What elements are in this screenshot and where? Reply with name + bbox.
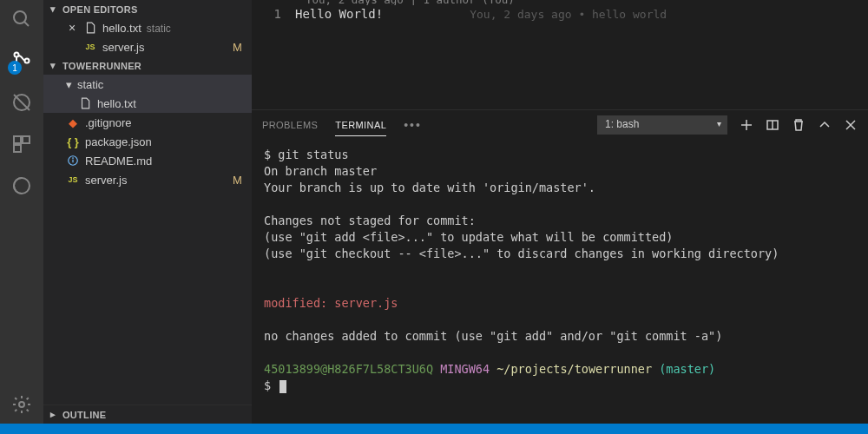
file-icon <box>78 96 92 110</box>
tab-overflow-icon[interactable]: ••• <box>404 118 422 132</box>
lens-icon[interactable] <box>10 174 34 198</box>
file-label: hello.txt <box>97 97 245 110</box>
term-line: On branch master <box>264 163 856 180</box>
file-label: package.json <box>85 135 245 148</box>
code-text: Hello World! <box>295 7 383 21</box>
editor[interactable]: You, 2 days ago | 1 author (You) 1 Hello… <box>252 0 868 23</box>
main-area: You, 2 days ago | 1 author (You) 1 Hello… <box>252 0 868 424</box>
gitignore-icon: ◆ <box>66 115 80 129</box>
panel-tabs: PROBLEMS TERMINAL ••• 1: bash <box>252 110 868 140</box>
info-file-icon <box>66 154 80 168</box>
file-label: README.md <box>85 155 245 168</box>
svg-line-1 <box>24 22 29 26</box>
chevron-down-icon: ▾ <box>50 3 59 15</box>
file-label: hello.txtstatic <box>102 22 245 35</box>
svg-rect-8 <box>23 136 30 143</box>
close-icon[interactable]: × <box>66 21 78 35</box>
terminal-output[interactable]: $ git status On branch master Your branc… <box>252 140 868 424</box>
chevron-right-icon: ▸ <box>50 409 59 420</box>
new-terminal-icon[interactable] <box>740 118 753 132</box>
folder-label: static <box>77 78 245 91</box>
file-item[interactable]: { } package.json <box>43 132 252 151</box>
file-label: .gitignore <box>85 116 245 129</box>
close-panel-icon[interactable] <box>844 118 858 132</box>
cursor-icon <box>279 380 286 393</box>
settings-gear-icon[interactable] <box>10 392 34 417</box>
json-file-icon: { } <box>66 135 80 148</box>
file-label: server.js <box>102 41 227 54</box>
term-line: Your branch is up to date with 'origin/m… <box>264 180 856 196</box>
term-input-line[interactable]: $ <box>264 378 856 394</box>
term-line: modified: server.js <box>264 295 856 312</box>
svg-point-0 <box>14 11 26 23</box>
file-item[interactable]: hello.txt <box>43 94 252 113</box>
git-status-badge: M <box>233 174 245 187</box>
file-item[interactable]: README.md <box>43 151 252 170</box>
search-icon[interactable] <box>10 7 34 31</box>
svg-rect-9 <box>14 145 21 152</box>
source-control-icon[interactable]: 1 <box>10 49 34 73</box>
sidebar: ▾OPEN EDITORS × hello.txtstatic JS serve… <box>43 0 252 424</box>
svg-point-2 <box>15 53 19 57</box>
svg-point-4 <box>25 59 30 63</box>
term-line: $ git status <box>264 147 856 163</box>
terminal-selector[interactable]: 1: bash <box>597 115 727 135</box>
svg-point-11 <box>19 402 24 407</box>
kill-terminal-icon[interactable] <box>792 118 806 132</box>
git-status-badge: M <box>233 41 245 54</box>
line-number: 1 <box>252 7 295 21</box>
open-editors-header[interactable]: ▾OPEN EDITORS <box>43 0 252 18</box>
chevron-down-icon: ▾ <box>66 78 72 91</box>
tab-problems[interactable]: PROBLEMS <box>262 115 318 135</box>
svg-point-14 <box>73 158 74 159</box>
section-label: OUTLINE <box>62 410 106 420</box>
code-line[interactable]: 1 Hello World! You, 2 days ago • hello w… <box>252 5 868 23</box>
maximize-panel-icon[interactable] <box>818 118 832 132</box>
bottom-panel: PROBLEMS TERMINAL ••• 1: bash $ git stat… <box>252 109 868 424</box>
split-terminal-icon[interactable] <box>766 118 779 132</box>
term-line: no changes added to commit (use "git add… <box>264 328 856 345</box>
js-file-icon: JS <box>83 40 97 54</box>
term-line: (use "git add <file>..." to update what … <box>264 229 856 246</box>
status-bar[interactable] <box>0 424 868 434</box>
file-label: server.js <box>85 174 227 187</box>
open-editor-item[interactable]: × hello.txtstatic <box>43 18 252 37</box>
file-icon <box>83 21 97 35</box>
extensions-icon[interactable] <box>10 132 34 156</box>
section-label: TOWERRUNNER <box>62 61 141 71</box>
debug-icon[interactable] <box>10 90 34 115</box>
js-file-icon: JS <box>66 173 80 187</box>
term-prompt: 45013899@H826F7L58CT3U6Q MINGW64 ~/proje… <box>264 361 856 378</box>
project-header[interactable]: ▾TOWERRUNNER <box>43 56 252 75</box>
scm-badge: 1 <box>8 61 22 75</box>
section-label: OPEN EDITORS <box>62 4 138 15</box>
folder-item[interactable]: ▾ static <box>43 75 252 94</box>
activity-bar: 1 <box>0 0 43 424</box>
chevron-down-icon: ▾ <box>50 60 59 71</box>
term-line: Changes not staged for commit: <box>264 213 856 229</box>
file-item[interactable]: ◆ .gitignore <box>43 113 252 132</box>
term-line: (use "git checkout -- <file>..." to disc… <box>264 246 856 262</box>
svg-rect-7 <box>14 136 21 143</box>
tab-terminal[interactable]: TERMINAL <box>335 115 386 136</box>
open-editor-item[interactable]: JS server.js M <box>43 37 252 56</box>
inline-blame: You, 2 days ago • hello world <box>470 8 667 21</box>
file-item[interactable]: JS server.js M <box>43 170 252 189</box>
outline-header[interactable]: ▸OUTLINE <box>43 404 252 424</box>
